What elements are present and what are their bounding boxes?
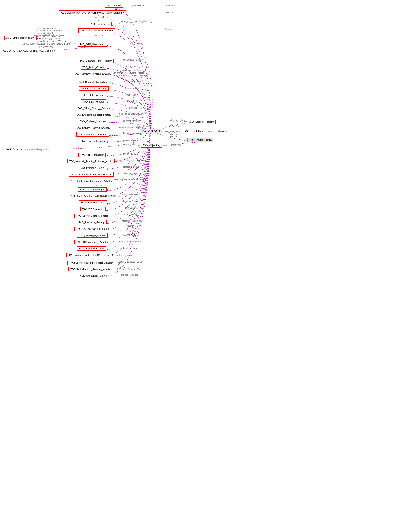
label-thread-per-connection: thread_per_connection_timeout_ (120, 20, 152, 22)
node-tao-adapter: TAO_Adapter (105, 3, 123, 8)
label-rt-orb: rt_orb_ (127, 225, 134, 227)
label-endpoint-selector-factory: endpoint_selector_factory_ (119, 113, 145, 115)
label-thr-mgr: thr_mgr_ (95, 184, 104, 186)
label-policy-factory-registry: policy_factory_registry_ (117, 267, 140, 269)
label-server-request-interceptor: server_request_interceptor_adapter_ (110, 260, 146, 263)
node-tao-thread-lane-resources-manager: TAO_Thread_Lane_Resources_Manager (181, 129, 229, 133)
node-tao-pseudo-var: TAO_Pseudo_Var_T< Object > (74, 227, 111, 231)
node-tao-request-dispatcher: TAO_Request_Dispatcher (77, 80, 109, 84)
label-orb-core-1: orb_core_ (169, 124, 179, 126)
label-adapters: adapters_ (166, 4, 176, 7)
label-delayed-transport: delayed_transport_queueing_strategy_ (110, 74, 148, 77)
label-server-id: server_id_ (95, 34, 105, 36)
label-rt-current: rt_current_ (126, 230, 136, 232)
node-tao-policy-current: TAO_Policy_Current (81, 65, 106, 69)
label-endpoint-selector-factory-name: endpoint_selector_factory_name_ (32, 35, 65, 37)
label-request-dispatcher: request_dispatcher_ (123, 80, 143, 83)
node-tao-policy-manager: TAO_Policy_Manager (78, 153, 106, 157)
label-orb-params: orb_params_ (130, 42, 143, 45)
label-impl: impl_ (37, 148, 42, 151)
label-protocol-factories: protocol_factories_ (121, 274, 139, 276)
node-tao-resource-factory: TAO_Resource_Factory (77, 220, 107, 225)
node-tao-policyfactory-registry: TAO::PolicyFactory_Registry_Adapter (68, 267, 113, 272)
label-object-key-table: object_key_table_ (122, 200, 140, 202)
node-tao-parser-registry: TAO_Parser_Registry (80, 139, 107, 143)
node-tao-valuetype-adapter: TAO_Valuetype_Adapter (77, 233, 108, 238)
node-tao-client-request: TAO::ClientRequestInterceptor_Adapter (68, 179, 114, 183)
node-tao-protocols-hooks: TAO_Protocols_Hooks (78, 166, 106, 170)
node-tao-adapter-registry: TAO_Adapter_Registry (187, 120, 216, 124)
node-tao-ior-interceptor: TAO_IORInterceptor_Adapter (74, 240, 110, 244)
label-ft-service: ft_service_ (164, 28, 175, 30)
label-collocation-resolver: collocation_resolver_ (121, 132, 142, 135)
label-client-request-interceptor: client_request_interceptor_adapter_ (113, 178, 148, 181)
node-tao-flushing-strategy: TAO_Flushing_Strategy (79, 86, 108, 91)
node-ace-unbounded-set: ACE_Unbounded_Set< T > (78, 274, 111, 278)
label-pref-network: pref_network_ (39, 45, 53, 48)
label-pos-factory-name: pos_factory_name_ (38, 40, 58, 42)
label-timeout-hook: timeout_hook_ (137, 125, 151, 127)
label-ior-interceptor: ior_interceptor_adapter_ (119, 240, 143, 243)
node-tao-fault-tolerance: TAO_Fault_Tolerance_Service (78, 28, 115, 33)
label-policy-current: policy_current_ (126, 65, 140, 67)
label-orb-core-3: orb_core_ (169, 135, 179, 138)
node-tao-bidir-adapter: TAO_BiDir_Adapter (81, 100, 106, 104)
node-ace-time-value: ACE_Time_Value (89, 22, 112, 26)
label-object-key: object_key_ (171, 144, 182, 146)
label-collocation-resolver-name: collocation_resolver_name_ (36, 29, 63, 32)
label-ziop-adapter: ziop_adapter_ (125, 206, 138, 209)
node-tao-client-strategy: TAO_Client_Strategy_Factory (76, 106, 112, 110)
label-zero: zero (95, 19, 99, 21)
node-tao-orb-core: TAO_ORB_Core (140, 128, 162, 133)
node-ace-intrusive-auto: ACE_Intrusive_Auto_Ptr< ACE_Service_Gest… (67, 253, 124, 257)
label-server-factory: server_factory_ (124, 213, 139, 215)
label-stub-factory: stub_factory_ (126, 93, 140, 96)
label-thread-lane-resources-factory-name: thread_lane_resources_manager_factory_na… (23, 43, 71, 45)
label-parser-registry: parser_registry_ (123, 140, 139, 142)
label-default-init-ref: default_init_ref_ (38, 32, 54, 34)
node-tao-server-request-interceptor: TAO::ServerRequestInterceptor_Adapter (67, 260, 115, 265)
node-tao-stub-factory: TAO_Stub_Factory (81, 93, 105, 97)
node-tao-objectkey-table: TAO::ObjectKey_Table (79, 200, 107, 205)
label-policy-manager: policy_manager_ (123, 153, 140, 155)
label-poa-adapter: poa_adapter_ (132, 4, 146, 7)
label-flushing-strategy: flushing_strategy_ (124, 87, 142, 89)
label-client-factory: client_factory_ (125, 107, 139, 109)
node-ace-string-base: ACE_String_Base< char > (4, 36, 37, 40)
node-ace-lock-adapter: ACE_Lock_Adapter< TAO_SYNCH_MUTEX > (69, 194, 122, 198)
label-poa-current: poa_current_ (126, 227, 139, 230)
node-ace-atomic-op: ACE_Atomic_Op< TAO_SYNCH_MUTEX, unsigned… (59, 11, 126, 15)
label-stub-factory-name: stub_factory_name_ (37, 27, 57, 29)
label-codeset-manager: codeset_manager_ (123, 120, 142, 122)
node-tao-tagged-profile: TAO_Tagged_Profile (188, 138, 214, 142)
node-tao-server-strategy: TAO_Server_Strategy_Factory (74, 213, 111, 218)
node-tao-codeset-manager: TAO_Codeset_Manager (78, 119, 108, 124)
node-tao-collocation-resolver: TAO_Collocation_Resolver (76, 132, 109, 137)
label-data-block-lock: data_block_lock_ (122, 193, 139, 196)
label-config: config_ (127, 254, 134, 256)
node-tao-ziop-adapter: TAO_ZIOP_Adapter (80, 207, 106, 211)
label-max-time: max_time (95, 16, 104, 19)
node-tao-orbinitializer: TAO::ORBInitializer_Registry_Adapter (69, 172, 114, 177)
node-ace-array-map: ACE_Array_Map< ACE_CString, ACE_CString … (1, 48, 57, 53)
label-tss-cleanup-funcs: tss_cleanup_funcs_ (123, 59, 142, 61)
label-valuetype-adapter: valuetype_adapter_ (122, 234, 141, 236)
node-tao-service-context: TAO_Service_Context_Registry (74, 126, 112, 130)
label-orbinitializer-registry: orbinitializer_registry_ (120, 172, 141, 175)
node-tao-cleanup-func: TAO_Cleanup_Func_Registry (78, 59, 114, 63)
label-adapter-registry: adapter_registry_ (169, 119, 187, 121)
label-protocols-hooks: protocols_hooks_ (123, 166, 140, 168)
label-bidir-adapter: bidir_adapter_ (126, 100, 140, 102)
label-protocols-hooks-name: protocols_hooks_name_ (38, 37, 62, 40)
label-orb-core-2: orb_core_ (169, 133, 179, 135)
node-tao-transport-queuing: TAO::Transport_Queuing_Strategy (72, 72, 113, 76)
label-object-ref-table: object_ref_table_ (122, 247, 139, 249)
label-tm: tm_ (130, 186, 134, 189)
node-tao-endpoint-selector: TAO_Endpoint_Selector_Factory (74, 113, 113, 117)
node-tao-object-ref-table: TAO_Object_Ref_Table (77, 246, 106, 251)
node-tao-network-priority: TAO_Network_Priority_Protocols_Hooks (67, 159, 115, 164)
label-eager-transport: eager_transport_queueing_strategy_ (112, 69, 148, 72)
node-tao-policy-set: TAO_Policy_Set (4, 147, 25, 151)
label-network-priority: network_priority_protocols_hooks_ (113, 159, 147, 161)
label-resource-factory: resource_factory_ (122, 220, 140, 222)
